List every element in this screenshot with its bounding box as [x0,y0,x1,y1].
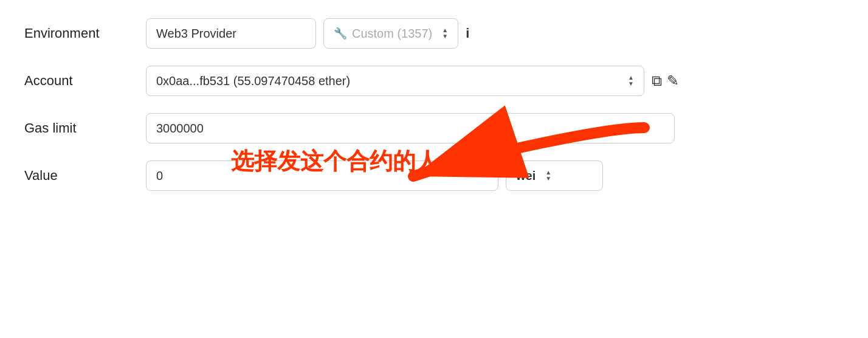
environment-row: Environment Web3 Provider 🔧 Custom (1357… [24,18,844,49]
edit-button[interactable]: ✎ [667,72,679,89]
info-icon[interactable]: i [466,26,469,41]
value-input[interactable] [146,160,498,191]
dropdown-arrows-env: ▲ ▼ [442,27,448,40]
custom-label: Custom (1357) [352,27,432,41]
account-value: 0x0aa...fb531 (55.097470458 ether) [156,74,623,88]
account-row: Account + 0x0aa...fb531 (55.097470458 et… [24,66,844,96]
wei-selector[interactable]: wei ▲ ▼ [506,160,603,191]
dropdown-arrows-wei: ▲ ▼ [545,170,551,182]
account-dropdown-arrows: ▲ ▼ [628,75,634,87]
custom-selector[interactable]: 🔧 Custom (1357) ▲ ▼ [323,18,458,49]
web3-provider-value: Web3 Provider [156,27,236,41]
account-icon-buttons: ⧉ ✎ [652,72,679,89]
account-label: Account [24,73,146,89]
gas-limit-label: Gas limit [24,120,146,136]
account-input[interactable]: 0x0aa...fb531 (55.097470458 ether) ▲ ▼ [146,66,644,96]
gas-limit-row: Gas limit [24,113,844,143]
wrench-icon: 🔧 [334,27,347,40]
copy-button[interactable]: ⧉ [652,72,662,89]
web3-provider-input[interactable]: Web3 Provider [146,18,316,49]
environment-field-wrapper: Web3 Provider 🔧 Custom (1357) ▲ ▼ i [146,18,693,49]
value-row: Value wei ▲ ▼ [24,160,844,191]
value-label: Value [24,168,146,184]
account-label-wrapper: Account + [24,73,146,89]
environment-label: Environment [24,26,146,41]
gas-limit-input[interactable] [146,113,675,143]
wei-label: wei [516,169,536,183]
